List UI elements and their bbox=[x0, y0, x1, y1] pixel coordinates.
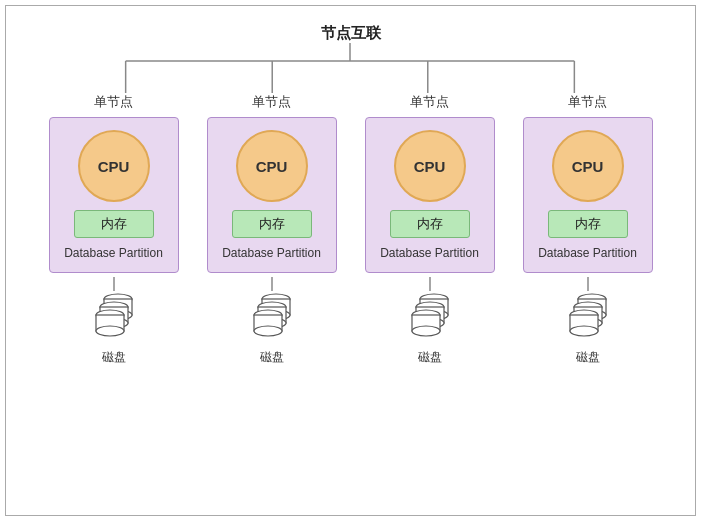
node-3: 单节点 CPU 内存 Database Partition bbox=[360, 93, 500, 273]
node-3-box: CPU 内存 Database Partition bbox=[365, 117, 495, 273]
connector-svg bbox=[6, 43, 695, 93]
disk-connector-2 bbox=[237, 277, 307, 347]
disk-wrapper-1: 磁盘 bbox=[44, 277, 184, 366]
disk-wrapper-4: 磁盘 bbox=[518, 277, 658, 366]
nodes-row: 单节点 CPU 内存 Database Partition 单节点 CPU 内存… bbox=[6, 93, 695, 273]
node-1: 单节点 CPU 内存 Database Partition bbox=[44, 93, 184, 273]
node-1-partition: Database Partition bbox=[64, 246, 163, 262]
node-2-memory: 内存 bbox=[232, 210, 312, 238]
svg-point-15 bbox=[96, 326, 124, 336]
connector-area bbox=[6, 43, 695, 93]
node-4-memory: 内存 bbox=[548, 210, 628, 238]
node-3-label: 单节点 bbox=[410, 93, 449, 111]
node-2: 单节点 CPU 内存 Database Partition bbox=[202, 93, 342, 273]
node-3-cpu: CPU bbox=[394, 130, 466, 202]
node-1-cpu: CPU bbox=[78, 130, 150, 202]
node-1-box: CPU 内存 Database Partition bbox=[49, 117, 179, 273]
disk-label-4: 磁盘 bbox=[576, 349, 600, 366]
node-4-cpu: CPU bbox=[552, 130, 624, 202]
svg-point-45 bbox=[570, 326, 598, 336]
node-4: 单节点 CPU 内存 Database Partition bbox=[518, 93, 658, 273]
disk-wrapper-3: 磁盘 bbox=[360, 277, 500, 366]
disk-wrapper-2: 磁盘 bbox=[202, 277, 342, 366]
disk-connector-4 bbox=[553, 277, 623, 347]
svg-point-25 bbox=[254, 326, 282, 336]
svg-point-35 bbox=[412, 326, 440, 336]
disk-label-1: 磁盘 bbox=[102, 349, 126, 366]
node-1-memory: 内存 bbox=[74, 210, 154, 238]
node-2-box: CPU 内存 Database Partition bbox=[207, 117, 337, 273]
node-3-memory: 内存 bbox=[390, 210, 470, 238]
node-4-box: CPU 内存 Database Partition bbox=[523, 117, 653, 273]
node-4-partition: Database Partition bbox=[538, 246, 637, 262]
node-2-cpu: CPU bbox=[236, 130, 308, 202]
node-3-partition: Database Partition bbox=[380, 246, 479, 262]
bottom-section: 磁盘 磁盘 bbox=[6, 277, 695, 366]
disk-connector-1 bbox=[79, 277, 149, 347]
node-4-label: 单节点 bbox=[568, 93, 607, 111]
disk-connector-3 bbox=[395, 277, 465, 347]
diagram-title: 节点互联 bbox=[321, 24, 381, 43]
node-1-label: 单节点 bbox=[94, 93, 133, 111]
node-2-partition: Database Partition bbox=[222, 246, 321, 262]
disk-label-2: 磁盘 bbox=[260, 349, 284, 366]
diagram-container: 节点互联 单节点 CPU 内存 Database Partition bbox=[5, 5, 696, 516]
disk-label-3: 磁盘 bbox=[418, 349, 442, 366]
node-2-label: 单节点 bbox=[252, 93, 291, 111]
